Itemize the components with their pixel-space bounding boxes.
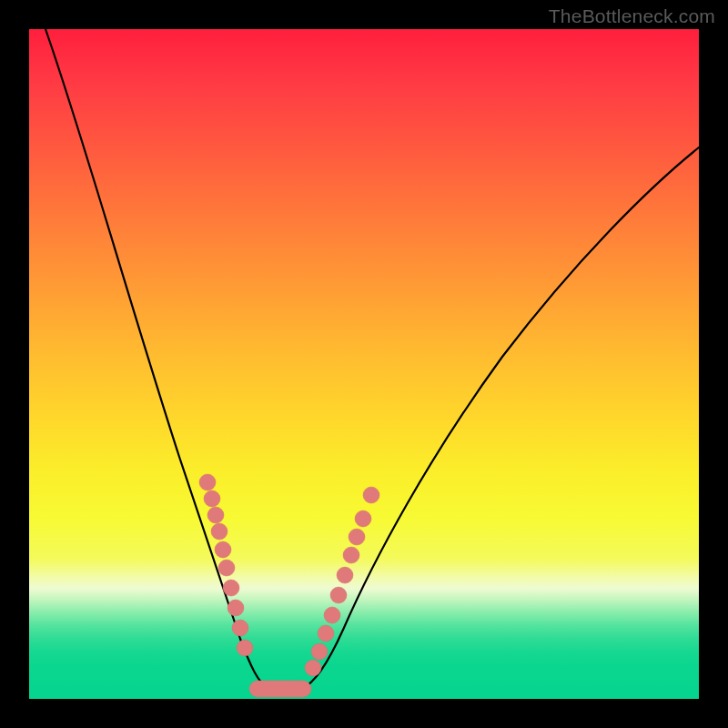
marker-dot <box>232 620 248 636</box>
curve-path <box>46 29 699 688</box>
marker-dot <box>223 580 239 596</box>
marker-dot <box>305 660 321 676</box>
marker-dot <box>237 640 253 656</box>
marker-dot <box>324 607 340 623</box>
bottleneck-curve <box>29 29 699 699</box>
chart-frame: TheBottleneck.com <box>0 0 728 728</box>
marker-dot <box>355 511 371 527</box>
plot-area <box>29 29 699 699</box>
marker-dot <box>215 541 231 558</box>
marker-dot <box>349 529 365 545</box>
marker-dot <box>311 643 328 660</box>
marker-dot <box>363 487 379 503</box>
marker-dot <box>199 474 216 490</box>
marker-dot <box>337 567 353 583</box>
marker-dot <box>343 547 359 563</box>
marker-dot <box>218 560 235 576</box>
marker-dot <box>211 523 228 540</box>
valley-bar <box>249 681 311 697</box>
marker-dot <box>318 625 334 642</box>
marker-dot <box>204 490 220 507</box>
marker-dot <box>330 587 347 603</box>
marker-dot <box>228 600 244 616</box>
marker-dot <box>207 507 224 523</box>
watermark-text: TheBottleneck.com <box>549 5 715 27</box>
